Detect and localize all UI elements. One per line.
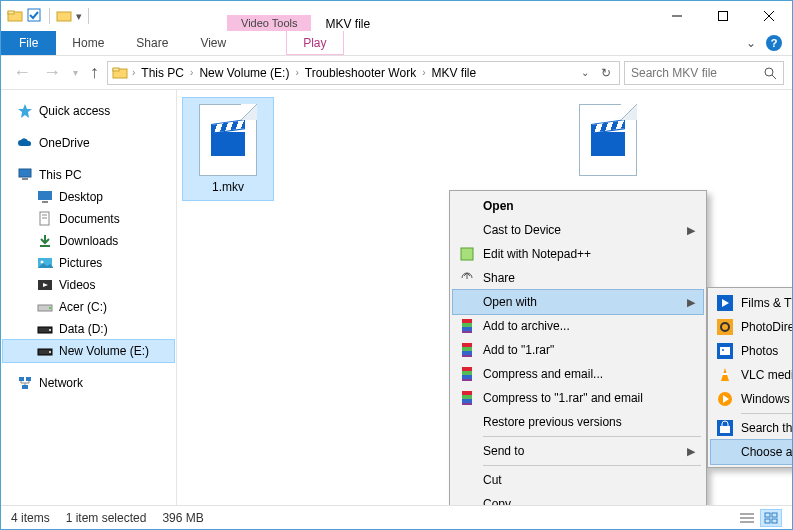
history-dropdown-icon[interactable]: ▾ — [69, 67, 82, 78]
menu-label: Compress to "1.rar" and email — [483, 391, 643, 405]
share-tab[interactable]: Share — [120, 31, 184, 55]
forward-button[interactable]: → — [39, 62, 65, 83]
submenu-choose-app[interactable]: Choose another app — [711, 440, 792, 464]
chevron-right-icon[interactable]: › — [132, 67, 135, 78]
menu-compress-rar-email[interactable]: Compress to "1.rar" and email — [453, 386, 703, 410]
refresh-icon[interactable]: ↻ — [595, 66, 617, 80]
navigation-bar: ← → ▾ ↑ › This PC › New Volume (E:) › Tr… — [1, 56, 792, 90]
folder-small-icon[interactable] — [56, 8, 72, 24]
title-bar: ▾ Video Tools MKV file — [1, 1, 792, 31]
file-item-1mkv[interactable]: 1.mkv — [183, 98, 273, 200]
chevron-right-icon: ▶ — [687, 445, 695, 458]
menu-add-rar[interactable]: Add to "1.rar" — [453, 338, 703, 362]
minimize-button[interactable] — [654, 1, 700, 31]
breadcrumb-current[interactable]: MKV file — [427, 66, 480, 80]
breadcrumb-folder[interactable]: Troubleshooter Work — [301, 66, 420, 80]
sidebar-item-videos[interactable]: Videos — [3, 274, 174, 296]
menu-label: Copy — [483, 497, 511, 505]
sidebar-item-data-d[interactable]: Data (D:) — [3, 318, 174, 340]
svg-line-11 — [772, 75, 776, 79]
qat-dropdown-icon[interactable]: ▾ — [76, 10, 82, 23]
menu-share[interactable]: Share — [453, 266, 703, 290]
view-tab[interactable]: View — [184, 31, 242, 55]
menu-send-to[interactable]: Send to▶ — [453, 439, 703, 463]
view-large-icons-button[interactable] — [760, 509, 782, 527]
sidebar-label: Videos — [59, 278, 95, 292]
breadcrumb-volume[interactable]: New Volume (E:) — [195, 66, 293, 80]
menu-separator — [483, 465, 701, 466]
sidebar-item-desktop[interactable]: Desktop — [3, 186, 174, 208]
title-center: Video Tools MKV file — [97, 1, 654, 31]
sidebar-item-onedrive[interactable]: OneDrive — [3, 132, 174, 154]
view-details-button[interactable] — [736, 509, 758, 527]
up-button[interactable]: ↑ — [86, 62, 103, 83]
sidebar-item-quick-access[interactable]: Quick access — [3, 100, 174, 122]
video-file-icon — [199, 104, 257, 176]
menu-cast[interactable]: Cast to Device▶ — [453, 218, 703, 242]
menu-compress-email[interactable]: Compress and email... — [453, 362, 703, 386]
menu-notepad[interactable]: Edit with Notepad++ — [453, 242, 703, 266]
address-dropdown-icon[interactable]: ⌄ — [577, 67, 593, 78]
submenu-photodirector[interactable]: PhotoDirector for acer — [711, 315, 792, 339]
search-icon[interactable] — [763, 66, 777, 80]
sidebar-item-this-pc[interactable]: This PC — [3, 164, 174, 186]
svg-rect-40 — [462, 343, 472, 347]
expand-ribbon-icon[interactable]: ⌄ — [746, 36, 756, 50]
chevron-right-icon[interactable]: › — [295, 67, 298, 78]
pc-icon — [17, 167, 33, 183]
menu-label: Edit with Notepad++ — [483, 247, 591, 261]
submenu-films-tv[interactable]: Films & TV — [711, 291, 792, 315]
menu-open[interactable]: Open — [453, 194, 703, 218]
menu-open-with[interactable]: Open with▶ — [453, 290, 703, 314]
status-bar: 4 items 1 item selected 396 MB — [1, 505, 792, 529]
submenu-wmp[interactable]: Windows Media Player — [711, 387, 792, 411]
sidebar-label: Data (D:) — [59, 322, 108, 336]
menu-label: Cut — [483, 473, 502, 487]
svg-rect-34 — [461, 248, 473, 260]
sidebar-item-new-volume-e[interactable]: New Volume (E:) — [3, 340, 174, 362]
submenu-store[interactable]: Search the Store — [711, 416, 792, 440]
address-bar[interactable]: › This PC › New Volume (E:) › Troublesho… — [107, 61, 620, 85]
file-pane[interactable]: 1.mkv Open Cast to Device▶ Edit with Not… — [177, 90, 792, 505]
help-icon[interactable]: ? — [766, 35, 782, 51]
svg-rect-15 — [38, 191, 52, 200]
chevron-right-icon: ▶ — [687, 296, 695, 309]
sidebar-item-documents[interactable]: Documents — [3, 208, 174, 230]
close-button[interactable] — [746, 1, 792, 31]
sidebar-item-network[interactable]: Network — [3, 372, 174, 394]
file-tab[interactable]: File — [1, 31, 56, 55]
search-box[interactable]: Search MKV file — [624, 61, 784, 85]
svg-point-57 — [722, 349, 724, 351]
home-tab[interactable]: Home — [56, 31, 120, 55]
checkbox-icon[interactable] — [27, 8, 43, 24]
chevron-right-icon[interactable]: › — [190, 67, 193, 78]
sidebar-label: Desktop — [59, 190, 103, 204]
video-tools-contextual-tab: Video Tools — [227, 15, 311, 31]
maximize-button[interactable] — [700, 1, 746, 31]
svg-rect-2 — [28, 9, 40, 21]
sidebar-item-downloads[interactable]: Downloads — [3, 230, 174, 252]
submenu-photos[interactable]: Photos — [711, 339, 792, 363]
sidebar-label: Pictures — [59, 256, 102, 270]
vlc-icon — [717, 367, 733, 383]
menu-copy[interactable]: Copy — [453, 492, 703, 505]
videos-icon — [37, 277, 53, 293]
sidebar-label: New Volume (E:) — [59, 344, 149, 358]
svg-rect-53 — [717, 319, 733, 335]
sidebar-item-acer-c[interactable]: Acer (C:) — [3, 296, 174, 318]
menu-cut[interactable]: Cut — [453, 468, 703, 492]
chevron-right-icon[interactable]: › — [422, 67, 425, 78]
photodirector-icon — [717, 319, 733, 335]
films-icon — [717, 295, 733, 311]
back-button[interactable]: ← — [9, 62, 35, 83]
breadcrumb-this-pc[interactable]: This PC — [137, 66, 188, 80]
play-tab[interactable]: Play — [286, 31, 343, 55]
svg-rect-48 — [462, 391, 472, 395]
submenu-vlc[interactable]: VLC media player — [711, 363, 792, 387]
file-item[interactable] — [563, 98, 653, 200]
menu-restore[interactable]: Restore previous versions — [453, 410, 703, 434]
svg-rect-46 — [462, 375, 472, 379]
sidebar-item-pictures[interactable]: Pictures — [3, 252, 174, 274]
menu-add-archive[interactable]: Add to archive... — [453, 314, 703, 338]
menu-label: Windows Media Player — [741, 392, 792, 406]
